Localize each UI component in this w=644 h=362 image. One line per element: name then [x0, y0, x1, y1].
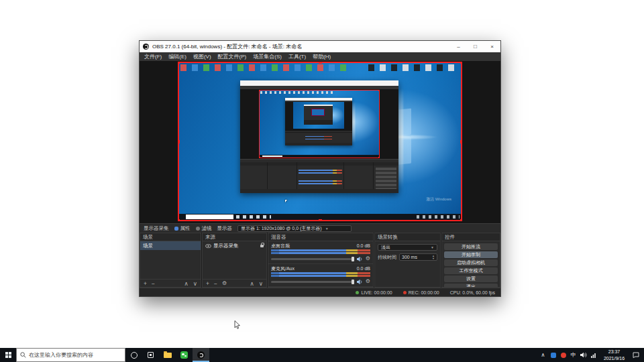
- mixer-channel-db: 0.0 dB: [357, 266, 370, 271]
- capture-desktop-icons: [180, 64, 350, 71]
- visibility-eye-icon[interactable]: [205, 244, 211, 248]
- close-button[interactable]: ×: [484, 41, 500, 52]
- lock-icon[interactable]: [260, 245, 264, 247]
- move-source-down-button[interactable]: ∨: [259, 280, 263, 287]
- selection-handle[interactable]: [178, 140, 180, 143]
- selection-handle[interactable]: [460, 62, 462, 64]
- add-scene-button[interactable]: +: [144, 280, 147, 287]
- obs-taskbar-button[interactable]: [193, 348, 209, 362]
- add-source-button[interactable]: +: [206, 280, 209, 287]
- control-button[interactable]: 开始录制: [444, 251, 498, 258]
- start-button[interactable]: [0, 348, 16, 362]
- control-button[interactable]: 启动虚拟相机: [444, 259, 498, 266]
- speaker-icon[interactable]: [357, 256, 363, 262]
- capture-search-box: [186, 215, 233, 219]
- live-status: LIVE: 00:00:00: [356, 290, 392, 295]
- selection-handle[interactable]: [319, 219, 322, 221]
- capture-scenes-dock: [240, 162, 267, 189]
- selection-handle[interactable]: [178, 219, 180, 221]
- search-placeholder: 在这里输入你要搜索的内容: [29, 351, 93, 359]
- transitions-dock: 场景转换 淡出 ▼ 持续时间 300 ms ▲▼: [374, 233, 441, 288]
- capture-cursor: [285, 200, 287, 202]
- transition-select[interactable]: 淡出 ▼: [378, 244, 437, 251]
- control-button[interactable]: 退出: [444, 284, 498, 287]
- cortana-icon: [131, 352, 138, 359]
- scene-item[interactable]: 场景: [140, 241, 201, 250]
- source-properties-button[interactable]: 属性: [174, 225, 191, 232]
- volume-meter: [271, 272, 370, 274]
- file-explorer-button[interactable]: [159, 348, 176, 362]
- obs-icon: [197, 351, 205, 359]
- remove-scene-button[interactable]: −: [152, 280, 155, 287]
- display-select[interactable]: 显示器 1: 1920x1080 @ 0,0 (主显示器) ▼: [237, 225, 352, 232]
- volume-slider-handle[interactable]: [352, 257, 354, 261]
- selection-handle[interactable]: [319, 62, 322, 64]
- selection-handle[interactable]: [460, 140, 462, 143]
- clock-time: 23:37: [608, 349, 621, 355]
- minimize-button[interactable]: –: [450, 41, 467, 52]
- obs-docks: 场景 场景 + − ∧ ∨ 来源: [140, 233, 500, 288]
- obs-title-bar[interactable]: OBS 27.0.1 (64-bit, windows) - 配置文件: 未命名…: [140, 41, 500, 52]
- menu-item[interactable]: 工具(T): [285, 53, 309, 60]
- move-scene-down-button[interactable]: ∨: [193, 280, 197, 287]
- move-source-up-button[interactable]: ∧: [250, 280, 254, 287]
- obs-status-bar: LIVE: 00:00:00 REC: 00:00:00 CPU: 0.0%, …: [140, 288, 500, 296]
- transition-duration-spinner[interactable]: 300 ms ▲▼: [399, 253, 437, 261]
- controls-dock-title: 控件: [442, 233, 500, 241]
- control-button[interactable]: 开始推流: [444, 243, 498, 250]
- selected-source-name: 显示器采集: [144, 225, 169, 232]
- menu-item[interactable]: 帮助(H): [309, 53, 334, 60]
- spinner-arrows[interactable]: ▲▼: [432, 255, 435, 259]
- capture-level2-docks: [285, 132, 352, 143]
- ime-indicator[interactable]: 中: [568, 351, 578, 359]
- task-view-button[interactable]: [142, 348, 159, 362]
- scenes-list: 场景: [140, 241, 201, 279]
- source-toolbar: 显示器采集 属性 滤镜 显示器 显示器 1: 1920x1080 @ 0,0 (…: [140, 223, 500, 233]
- capture-tray: [417, 215, 460, 219]
- menu-item[interactable]: 配置文件(P): [215, 53, 250, 60]
- maximize-button[interactable]: □: [467, 41, 484, 52]
- wechat-taskbar-button[interactable]: [176, 348, 193, 362]
- hidden-icons-button[interactable]: ∧: [538, 352, 548, 358]
- control-button[interactable]: 工作室模式: [444, 267, 498, 274]
- selection-handle[interactable]: [460, 219, 462, 221]
- volume-slider[interactable]: [271, 281, 354, 283]
- volume-slider-handle[interactable]: [352, 280, 354, 284]
- display-capture-source[interactable]: 激活 Windows: [178, 62, 462, 221]
- wechat-icon: [180, 351, 188, 359]
- menu-item[interactable]: 编辑(E): [165, 53, 190, 60]
- volume-slider[interactable]: [271, 258, 354, 260]
- mixer-channel: 麦克风/Aux 0.0 dB: [268, 264, 373, 287]
- action-center-button[interactable]: [630, 352, 641, 358]
- system-tray: ∧ 中 23:37 2021/9/16: [538, 348, 644, 362]
- properties-icon: [174, 227, 178, 231]
- move-scene-up-button[interactable]: ∧: [184, 280, 189, 287]
- source-properties-gear-icon[interactable]: ⚙: [222, 281, 227, 286]
- capture-level2-preview: [285, 102, 352, 131]
- menu-item[interactable]: 场景集合(S): [250, 53, 285, 60]
- volume-button[interactable]: [578, 352, 588, 358]
- scenes-dock-title: 场景: [140, 233, 201, 241]
- cortana-button[interactable]: [125, 348, 142, 362]
- capture-level3-docks: [304, 120, 333, 125]
- display-label: 显示器: [217, 225, 233, 232]
- menu-item[interactable]: 视图(V): [190, 53, 215, 60]
- controls-buttons: 开始推流 开始录制 启动虚拟相机 工作室模式 设置 退出: [442, 241, 500, 287]
- selection-handle[interactable]: [178, 62, 180, 64]
- mixer-gear-icon[interactable]: ⚙: [366, 256, 370, 261]
- menu-item[interactable]: 文件(F): [141, 53, 165, 60]
- control-button[interactable]: 设置: [444, 276, 498, 282]
- capture-obs-statusbar: [240, 189, 398, 193]
- speaker-icon[interactable]: [357, 279, 363, 285]
- tray-app-blue[interactable]: [548, 353, 558, 358]
- network-button[interactable]: [588, 352, 598, 358]
- remove-source-button[interactable]: −: [214, 280, 217, 287]
- source-item[interactable]: 显示器采集: [203, 241, 266, 250]
- source-filters-button[interactable]: 滤镜: [196, 225, 212, 232]
- taskbar-search[interactable]: 在这里输入你要搜索的内容: [16, 348, 125, 362]
- taskbar-clock[interactable]: 23:37 2021/9/16: [598, 349, 630, 361]
- mixer-gear-icon[interactable]: ⚙: [366, 279, 370, 284]
- capture-obs-docks: [240, 162, 398, 189]
- mixer-channel-name: 麦克风/Aux: [271, 265, 294, 272]
- tray-app-red[interactable]: [558, 353, 568, 358]
